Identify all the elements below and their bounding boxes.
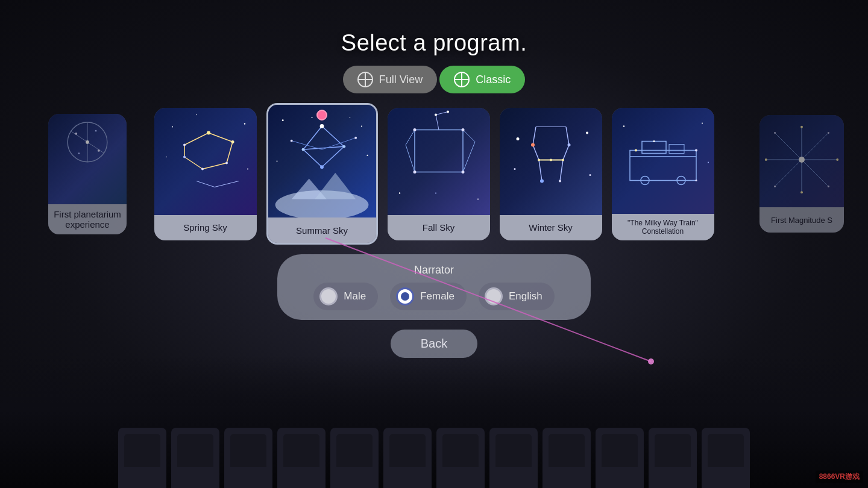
svg-point-74 [531,143,535,146]
svg-line-50 [406,130,415,145]
svg-line-10 [227,142,233,163]
svg-line-72 [539,160,542,181]
svg-line-71 [563,145,569,160]
seat [224,428,272,488]
seat [542,428,591,488]
svg-point-106 [836,158,838,161]
svg-point-38 [301,148,304,151]
svg-line-32 [303,149,322,167]
svg-point-64 [435,192,436,193]
constellation-svg-fall [388,108,490,215]
full-view-button[interactable]: Full View [343,66,438,93]
narrator-male-radio [319,287,338,305]
svg-point-17 [231,140,234,143]
svg-line-36 [322,138,356,149]
svg-point-107 [774,132,776,134]
card-label-first-planetarium: First planetarium experience [48,204,127,234]
svg-point-60 [435,113,437,116]
seat [702,428,750,488]
svg-line-73 [560,160,563,181]
svg-point-82 [586,131,588,134]
svg-point-19 [201,167,204,170]
svg-point-76 [538,158,540,161]
card-winter-sky[interactable]: Winter Sky [500,108,602,240]
svg-point-92 [653,140,655,142]
narrator-female-radio [396,287,414,305]
svg-point-91 [635,149,637,151]
constellation-svg-spring [154,108,257,215]
seats-background [0,355,868,488]
svg-point-108 [828,132,829,134]
svg-point-58 [413,170,416,174]
card-spring-sky[interactable]: Spring Sky [154,108,257,240]
card-label-winter: Winter Sky [500,215,602,240]
card-image-spring [154,108,257,215]
svg-point-95 [623,125,624,127]
card-image-milky [612,108,714,214]
seat [171,428,219,488]
back-button[interactable]: Back [391,330,477,358]
svg-point-42 [354,137,357,139]
svg-line-9 [209,133,233,142]
svg-point-39 [342,145,345,148]
svg-point-23 [244,123,245,124]
narrator-male-option[interactable]: Male [313,283,378,310]
svg-point-41 [290,140,292,142]
svg-line-53 [463,142,475,172]
svg-point-63 [477,198,479,199]
seat [596,428,644,488]
constellation-svg-summer [268,105,376,217]
svg-point-110 [828,186,829,187]
card-summer-sky[interactable]: Summar Sky [266,103,378,245]
svg-point-83 [514,168,515,170]
svg-point-105 [765,158,767,161]
svg-point-25 [247,168,248,169]
svg-line-30 [303,126,322,149]
seat [436,428,485,488]
svg-point-78 [562,158,564,161]
seat [649,428,697,488]
svg-point-103 [800,126,803,128]
svg-point-16 [207,131,210,134]
narrator-title: Narrator [414,264,454,277]
svg-point-4 [75,132,77,134]
card-image-magnitude [760,115,844,207]
svg-line-52 [463,130,475,142]
narrator-female-label: Female [420,290,454,302]
svg-rect-85 [630,150,696,180]
cards-container: First planetarium experience [72,103,796,245]
svg-point-48 [349,117,350,118]
narrator-female-option[interactable]: Female [390,283,467,310]
card-first-planetarium[interactable]: First planetarium experience [48,114,127,234]
svg-rect-49 [415,130,463,172]
svg-point-75 [567,143,570,146]
card-fall-sky[interactable]: Fall Sky [388,108,490,240]
main-panel: Select a program. Full View Classic [133,30,735,358]
svg-point-47 [311,117,312,118]
seat [277,428,326,488]
card-image-summer [268,105,376,217]
svg-line-8 [184,133,209,145]
svg-point-97 [708,161,709,163]
svg-point-6 [78,152,80,154]
card-milky-way[interactable]: "The Milky Way Train" Constellation [612,108,714,240]
svg-line-66 [533,127,536,145]
svg-line-54 [436,114,439,130]
svg-point-56 [413,128,416,131]
svg-line-15 [215,181,239,187]
narrator-english-option[interactable]: English [479,283,555,310]
narrator-english-radio [485,287,503,305]
svg-rect-88 [669,144,684,153]
svg-line-11 [203,163,227,169]
svg-point-57 [461,128,464,131]
narrator-panel: Narrator Male Female English [277,254,591,320]
svg-marker-29 [315,173,356,199]
view-toggle-group: Full View Classic [343,66,526,93]
classic-button[interactable]: Classic [439,66,525,93]
svg-point-109 [774,186,776,187]
svg-line-70 [533,145,539,160]
card-selected-pin [316,110,327,120]
card-first-magnitude[interactable]: First Magnitude S [760,115,844,233]
svg-point-77 [550,158,552,161]
globe-icon-classic [454,72,470,87]
